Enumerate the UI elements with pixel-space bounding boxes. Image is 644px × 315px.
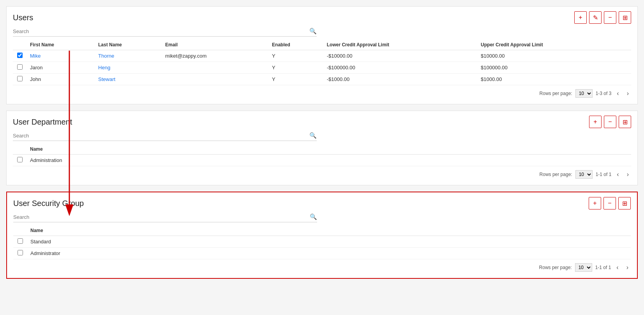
user-row-email [162, 74, 269, 85]
user-row-lastname: Stewart [95, 74, 162, 85]
user-security-group-rows-per-page-label: Rows per page: [539, 265, 572, 270]
user-department-rows-per-page-label: Rows per page: [540, 172, 572, 177]
users-section: Users + ✎ − ⊞ 🔍 First Name Last Name [6, 6, 638, 104]
table-row: Jaron Heng Y -$100000.00 $100000.00 [13, 62, 631, 74]
user-department-title: User Department [13, 118, 72, 127]
sg-row-checkbox-cell [13, 236, 27, 248]
user-row-upper-credit: $1000.00 [478, 74, 631, 85]
user-department-search-bar: 🔍 [13, 132, 317, 141]
user-security-group-export-button[interactable]: ⊞ [618, 197, 631, 209]
user-department-section-header: User Department + − ⊞ [13, 116, 631, 128]
user-security-group-title: User Security Group [13, 199, 84, 208]
user-security-group-search-icon: 🔍 [310, 213, 317, 220]
users-search-bar: 🔍 [13, 28, 317, 37]
user-security-group-section-header: User Security Group + − ⊞ [13, 197, 631, 209]
user-row-checkbox[interactable] [17, 64, 23, 70]
users-prev-page-button[interactable]: ‹ [614, 89, 621, 98]
table-row: Standard [13, 236, 631, 248]
user-department-col-checkbox [13, 144, 27, 155]
user-row-checkbox-cell [13, 62, 27, 74]
user-row-lower-credit: -$100000.00 [324, 62, 478, 74]
users-table: First Name Last Name Email Enabled Lower… [13, 40, 631, 85]
users-title: Users [13, 13, 33, 22]
user-department-search-input[interactable] [13, 133, 309, 139]
user-security-group-add-button[interactable]: + [589, 197, 601, 209]
users-col-lastname: Last Name [95, 40, 162, 50]
user-security-group-col-checkbox [13, 225, 27, 236]
user-department-toolbar: + − ⊞ [589, 116, 631, 128]
user-department-rows-per-page-select[interactable]: 10 25 50 [575, 170, 593, 179]
table-row: Administrator [13, 248, 631, 259]
dept-row-checkbox-cell [13, 155, 27, 166]
user-row-enabled: Y [269, 62, 324, 74]
table-row: Mike Thorne miket@zappy.com Y -$10000.00… [13, 50, 631, 62]
user-row-lastname: Thorne [95, 50, 162, 62]
user-security-group-next-page-button[interactable]: › [624, 263, 631, 272]
sg-row-name: Administrator [27, 248, 631, 259]
user-row-lower-credit: -$10000.00 [324, 50, 478, 62]
users-pagination: Rows per page: 10 25 50 1-3 of 3 ‹ › [13, 89, 631, 98]
users-add-button[interactable]: + [574, 11, 587, 24]
user-row-firstname: Jaron [27, 62, 95, 74]
users-export-button[interactable]: ⊞ [619, 11, 631, 24]
sg-row-checkbox-cell [13, 248, 27, 259]
users-pagination-range: 1-3 of 3 [596, 91, 612, 96]
users-rows-per-page-label: Rows per page: [540, 91, 572, 96]
user-department-export-button[interactable]: ⊞ [619, 116, 631, 128]
users-edit-button[interactable]: ✎ [589, 11, 602, 24]
user-row-lastname: Heng [95, 62, 162, 74]
users-col-email: Email [162, 40, 269, 50]
users-rows-per-page-select[interactable]: 10 25 50 [575, 89, 593, 98]
user-security-group-col-name: Name [27, 225, 631, 236]
table-row: Administration [13, 155, 631, 166]
user-department-pagination: Rows per page: 10 25 50 1-1 of 1 ‹ › [13, 170, 631, 179]
user-department-col-name: Name [27, 144, 631, 155]
users-search-icon: 🔍 [309, 28, 317, 35]
user-security-group-pagination-range: 1-1 of 1 [595, 265, 611, 270]
users-col-enabled: Enabled [269, 40, 324, 50]
users-remove-button[interactable]: − [604, 11, 616, 24]
user-row-checkbox-cell [13, 50, 27, 62]
users-next-page-button[interactable]: › [625, 89, 631, 98]
user-row-enabled: Y [269, 50, 324, 62]
sg-row-name: Standard [27, 236, 631, 248]
user-security-group-search-input[interactable] [13, 214, 310, 220]
sg-row-checkbox[interactable] [18, 250, 23, 255]
users-col-upper-credit: Upper Credit Approval Limit [478, 40, 631, 50]
user-row-checkbox[interactable] [17, 76, 23, 81]
user-row-email: miket@zappy.com [162, 50, 269, 62]
user-row-checkbox[interactable] [17, 53, 23, 58]
user-department-prev-page-button[interactable]: ‹ [614, 170, 621, 179]
dept-row-name: Administration [27, 155, 631, 166]
user-security-group-prev-page-button[interactable]: ‹ [614, 263, 621, 272]
user-security-group-search-bar: 🔍 [13, 213, 317, 222]
user-row-upper-credit: $10000.00 [478, 50, 631, 62]
user-department-section: User Department + − ⊞ 🔍 Name [6, 111, 638, 185]
user-row-lower-credit: -$1000.00 [324, 74, 478, 85]
user-security-group-rows-per-page-select[interactable]: 10 25 50 [575, 263, 592, 272]
user-department-remove-button[interactable]: − [604, 116, 616, 128]
users-section-header: Users + ✎ − ⊞ [13, 11, 631, 24]
users-toolbar: + ✎ − ⊞ [574, 11, 631, 24]
user-row-firstname: Mike [27, 50, 95, 62]
user-security-group-toolbar: + − ⊞ [589, 197, 631, 209]
users-col-lower-credit: Lower Credit Approval Limit [324, 40, 478, 50]
dept-row-checkbox[interactable] [17, 157, 23, 162]
user-security-group-table: Name Standard Administrator [13, 225, 631, 259]
user-security-group-section: User Security Group + − ⊞ 🔍 Name [6, 192, 638, 279]
user-department-pagination-range: 1-1 of 1 [596, 172, 612, 177]
users-search-input[interactable] [13, 28, 309, 34]
user-security-group-remove-button[interactable]: − [603, 197, 616, 209]
user-department-table: Name Administration [13, 144, 631, 166]
user-security-group-pagination: Rows per page: 10 25 50 1-1 of 1 ‹ › [13, 263, 631, 272]
sg-row-checkbox[interactable] [18, 238, 23, 244]
user-department-search-icon: 🔍 [309, 132, 317, 139]
user-row-checkbox-cell [13, 74, 27, 85]
user-row-enabled: Y [269, 74, 324, 85]
users-col-checkbox [13, 40, 27, 50]
user-department-next-page-button[interactable]: › [625, 170, 631, 179]
user-row-upper-credit: $100000.00 [478, 62, 631, 74]
table-row: John Stewart Y -$1000.00 $1000.00 [13, 74, 631, 85]
user-row-firstname: John [27, 74, 95, 85]
user-department-add-button[interactable]: + [589, 116, 602, 128]
